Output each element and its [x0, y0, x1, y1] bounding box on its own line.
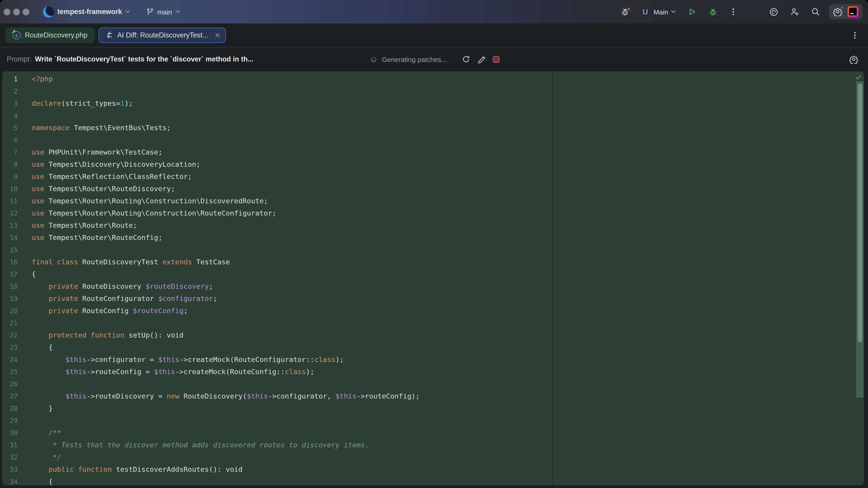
code-line[interactable]: 29 — [2, 415, 552, 427]
code-line[interactable]: 17{ — [2, 268, 552, 281]
settings-button[interactable] — [833, 7, 842, 16]
inspection-ok-icon[interactable] — [855, 74, 862, 81]
line-number[interactable]: 29 — [2, 415, 18, 427]
line-number[interactable]: 15 — [2, 244, 18, 256]
line-number[interactable]: 3 — [2, 98, 18, 110]
code-line[interactable]: 11use Tempest\Router\Routing\Constructio… — [2, 195, 552, 207]
code-line[interactable]: 2 — [2, 86, 552, 98]
code-line[interactable]: 3declare(strict_types=1); — [2, 98, 552, 110]
code-line[interactable]: 18 private RouteDiscovery $routeDiscover… — [2, 281, 552, 293]
tab-options-button[interactable] — [851, 31, 859, 39]
line-number[interactable]: 31 — [2, 439, 18, 451]
line-number[interactable]: 11 — [2, 195, 18, 207]
search-everywhere-button[interactable] — [811, 7, 820, 16]
line-number[interactable]: 26 — [2, 378, 18, 390]
line-number[interactable]: 8 — [2, 159, 18, 171]
code-line[interactable]: 4 — [2, 110, 552, 122]
zoom-window-button[interactable] — [23, 8, 29, 15]
code-line[interactable]: 8use Tempest\Discovery\DiscoveryLocation… — [2, 159, 552, 171]
tab-route-discovery-php[interactable]: c RouteDiscovery.php — [5, 28, 95, 43]
refresh-icon — [462, 55, 470, 63]
code-line[interactable]: 20 private RouteConfig $routeConfig; — [2, 305, 552, 317]
minimize-window-button[interactable] — [13, 8, 20, 15]
code-line[interactable]: 15 — [2, 244, 552, 256]
debug-button[interactable] — [708, 7, 717, 16]
code-line[interactable]: 1<?php — [2, 73, 552, 86]
line-number[interactable]: 28 — [2, 402, 18, 415]
line-number[interactable]: 5 — [2, 122, 18, 134]
project-widget[interactable]: tempest-framework — [43, 6, 130, 18]
line-number[interactable]: 6 — [2, 134, 18, 147]
line-number[interactable]: 20 — [2, 305, 18, 317]
code-line[interactable]: 33 public function testDiscoverAddsRoute… — [2, 464, 552, 476]
stop-button[interactable] — [493, 56, 500, 63]
line-number[interactable]: 16 — [2, 256, 18, 268]
code-line[interactable]: 27 $this->routeDiscovery = new RouteDisc… — [2, 390, 552, 402]
code-line[interactable]: 22 protected function setUp(): void — [2, 329, 552, 341]
line-number[interactable]: 21 — [2, 317, 18, 329]
line-number[interactable]: 9 — [2, 171, 18, 183]
line-number[interactable]: 32 — [2, 451, 18, 464]
more-actions-button[interactable] — [729, 8, 737, 16]
code-line[interactable]: 24 $this->configurator = $this->createMo… — [2, 354, 552, 366]
code-line[interactable]: 19 private RouteConfigurator $configurat… — [2, 293, 552, 305]
scrollbar-thumb[interactable] — [858, 83, 863, 343]
edit-prompt-button[interactable] — [477, 55, 486, 63]
code-line[interactable]: 28 } — [2, 402, 552, 415]
close-tab-button[interactable] — [215, 33, 220, 38]
code-line[interactable]: 34 { — [2, 476, 552, 485]
code-line[interactable]: 5namespace Tempest\EventBus\Tests; — [2, 122, 552, 134]
ai-assistant-button[interactable] — [769, 7, 778, 17]
code-line[interactable]: 26 — [2, 378, 552, 390]
code-line[interactable]: 25 $this->routeConfig = $this->createMoc… — [2, 366, 552, 378]
tab-ai-diff[interactable]: AI Diff: RouteDiscoveryTest... — [99, 28, 226, 43]
code-with-me-button[interactable] — [790, 7, 799, 16]
code-line[interactable]: 12use Tempest\Router\Routing\Constructio… — [2, 207, 552, 220]
line-number[interactable]: 12 — [2, 207, 18, 220]
line-number[interactable]: 34 — [2, 476, 18, 485]
diff-editor[interactable]: 1<?php23declare(strict_types=1);45namesp… — [2, 71, 864, 485]
code-text: use Tempest\Reflection\ClassReflector; — [32, 173, 192, 181]
line-number[interactable]: 7 — [2, 147, 18, 159]
run-button[interactable] — [688, 7, 697, 16]
regenerate-button[interactable] — [462, 55, 470, 63]
code-line[interactable]: 30 /** — [2, 427, 552, 439]
code-area[interactable]: 1<?php23declare(strict_types=1);45namesp… — [2, 73, 552, 485]
line-number[interactable]: 4 — [2, 110, 18, 122]
line-number[interactable]: 33 — [2, 464, 18, 476]
code-line[interactable]: 13use Tempest\Router\Route; — [2, 220, 552, 232]
code-line[interactable]: 23 { — [2, 341, 552, 354]
code-line[interactable]: 9use Tempest\Reflection\ClassReflector; — [2, 171, 552, 183]
branch-widget[interactable]: main — [146, 7, 180, 16]
line-number[interactable]: 13 — [2, 220, 18, 232]
code-line[interactable]: 32 */ — [2, 451, 552, 464]
close-window-button[interactable] — [4, 8, 10, 15]
line-number[interactable]: 1 — [2, 73, 18, 86]
line-number[interactable]: 27 — [2, 390, 18, 402]
code-line[interactable]: 16final class RouteDiscoveryTest extends… — [2, 256, 552, 268]
pane-divider[interactable] — [552, 71, 553, 485]
line-number[interactable]: 23 — [2, 341, 18, 354]
code-line[interactable]: 21 — [2, 317, 552, 329]
jetbrains-ai-icon[interactable] — [848, 6, 859, 17]
line-number[interactable]: 22 — [2, 329, 18, 341]
line-number[interactable]: 19 — [2, 293, 18, 305]
code-line[interactable]: 6 — [2, 134, 552, 147]
code-line[interactable]: 7use PHPUnit\Framework\TestCase; — [2, 147, 552, 159]
line-number[interactable]: 10 — [2, 183, 18, 195]
code-text: use Tempest\Router\Routing\Construction\… — [32, 197, 268, 205]
line-number[interactable]: 17 — [2, 268, 18, 281]
failed-tests-icon[interactable] — [621, 7, 631, 17]
line-number[interactable]: 24 — [2, 354, 18, 366]
code-line[interactable]: 14use Tempest\Router\RouteConfig; — [2, 232, 552, 244]
diff-settings-button[interactable] — [849, 55, 858, 64]
line-number[interactable]: 18 — [2, 281, 18, 293]
line-number[interactable]: 14 — [2, 232, 18, 244]
run-configuration-selector[interactable]: U Main — [643, 8, 676, 15]
line-number[interactable]: 30 — [2, 427, 18, 439]
line-number[interactable]: 25 — [2, 366, 18, 378]
code-text: private RouteConfig $routeConfig; — [32, 307, 188, 315]
code-line[interactable]: 31 * Tests that the discover method adds… — [2, 439, 552, 451]
code-line[interactable]: 10use Tempest\Router\RouteDiscovery; — [2, 183, 552, 195]
line-number[interactable]: 2 — [2, 86, 18, 98]
